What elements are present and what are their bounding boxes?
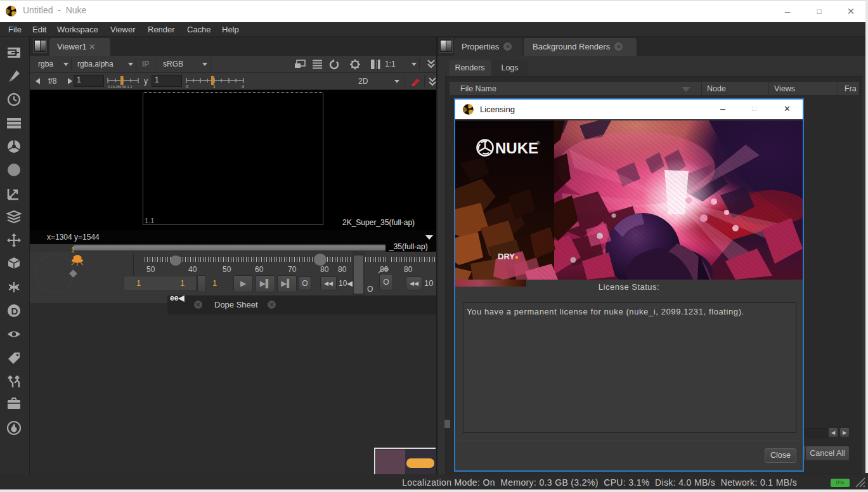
svg-text:0: 0 [186,84,188,88]
svg-text:NUKE: NUKE [495,139,538,157]
svg-text:D: D [11,306,18,316]
svg-text:DRY: DRY [498,252,515,261]
svg-text:4: 4 [242,84,244,88]
svg-text:0.10.250.50 1 2: 0.10.250.50 1 2 [108,85,132,88]
svg-text:1: 1 [213,84,216,88]
